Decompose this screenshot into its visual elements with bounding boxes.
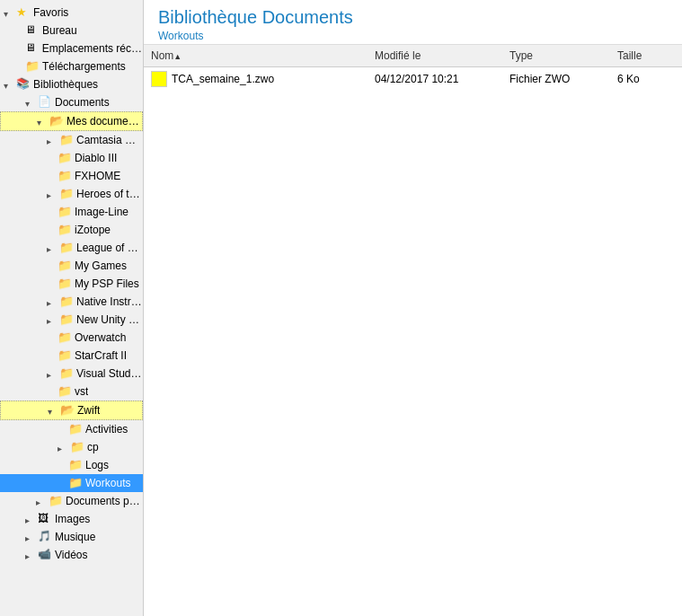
zwift-label: Zwift [77, 404, 100, 417]
newunity-label: New Unity Proje... [76, 313, 143, 326]
newunity-chevron [47, 314, 58, 325]
sidebar-item-diablo[interactable]: Diablo III [0, 149, 143, 167]
sidebar: ★ Favoris 🖥 Bureau 🖥 Emplacements réce..… [0, 0, 144, 616]
main-content: Bibliothèque Documents Workouts Nom Modi… [144, 0, 682, 616]
sidebar-item-imageline[interactable]: Image-Line [0, 203, 143, 221]
sidebar-item-telechargements[interactable]: Téléchargements [0, 57, 143, 75]
folder-icon [58, 348, 72, 363]
sidebar-item-documents[interactable]: 📄 Documents [0, 93, 143, 111]
table-row[interactable]: TCA_semaine_1.zwo 04/12/2017 10:21 Fichi… [144, 67, 682, 91]
sidebar-item-videos[interactable]: 📹 Vidéos [0, 546, 143, 564]
sidebar-item-league[interactable]: League of Legen... [0, 239, 143, 257]
folder-icon [59, 366, 74, 381]
sidebar-item-newunity[interactable]: New Unity Proje... [0, 311, 143, 329]
sidebar-item-starcraft[interactable]: StarCraft II [0, 347, 143, 365]
folder-open-icon [49, 114, 64, 128]
music-lib-icon: 🎵 [38, 530, 52, 544]
sidebar-item-zwift[interactable]: Zwift [0, 400, 143, 420]
sidebar-item-vst[interactable]: vst [0, 383, 143, 400]
overwatch-label: Overwatch [75, 331, 126, 344]
main-header: Bibliothèque Documents Workouts [144, 0, 682, 45]
sidebar-item-emplacements[interactable]: 🖥 Emplacements réce... [0, 40, 143, 57]
col-header-type[interactable]: Type [502, 48, 610, 64]
imageline-label: Image-Line [75, 206, 128, 218]
workouts-folder-icon [68, 476, 83, 490]
file-name: TCA_semaine_1.zwo [172, 73, 274, 85]
col-header-name[interactable]: Nom [144, 48, 368, 64]
col-header-modified[interactable]: Modifié le [368, 48, 502, 64]
sidebar-item-native[interactable]: Native Instrumer... [0, 293, 143, 311]
emplacements-label: Emplacements réce... [42, 42, 143, 55]
star-icon: ★ [16, 5, 31, 20]
mes-documents-chevron [37, 116, 48, 127]
sidebar-item-camtasia[interactable]: Camtasia Studio [0, 131, 143, 149]
sidebar-item-musique[interactable]: 🎵 Musique [0, 528, 143, 546]
sidebar-item-izotope[interactable]: iZotope [0, 221, 143, 239]
images-label: Images [55, 513, 90, 525]
league-chevron [47, 242, 58, 253]
documents-lib-icon: 📄 [38, 95, 52, 110]
folder-icon [58, 259, 72, 273]
cp-label: cp [87, 441, 99, 453]
favorites-chevron [4, 7, 14, 18]
sidebar-item-overwatch[interactable]: Overwatch [0, 329, 143, 347]
table-header: Nom Modifié le Type Taille [144, 45, 682, 67]
sidebar-item-images[interactable]: 🖼 Images [0, 510, 143, 528]
folder-icon [59, 133, 74, 147]
sidebar-item-workouts[interactable]: Workouts [0, 474, 143, 492]
native-label: Native Instrumer... [76, 295, 143, 308]
sidebar-item-mes-documents[interactable]: Mes documents [0, 111, 143, 131]
breadcrumb[interactable]: Workouts [158, 30, 668, 42]
sidebar-item-bureau[interactable]: 🖥 Bureau [0, 22, 143, 40]
sidebar-item-documents-publics[interactable]: Documents publics [0, 492, 143, 510]
favorites-label: Favoris [33, 6, 68, 19]
file-name-cell: TCA_semaine_1.zwo [144, 69, 368, 89]
col-header-size[interactable]: Taille [610, 48, 682, 64]
bureau-label: Bureau [42, 24, 77, 37]
cp-chevron [58, 442, 68, 453]
favorites-section[interactable]: ★ Favoris [0, 4, 143, 22]
telechargements-label: Téléchargements [42, 60, 126, 73]
folder-icon [68, 422, 83, 436]
col-name-label: Nom [151, 49, 173, 62]
images-lib-icon: 🖼 [38, 512, 52, 526]
izotope-label: iZotope [75, 224, 111, 236]
folder-icon [58, 169, 72, 183]
folder-icon [58, 330, 72, 345]
documents-publics-label: Documents publics [66, 495, 143, 507]
sidebar-item-mypsp[interactable]: My PSP Files [0, 275, 143, 293]
league-label: League of Legen... [76, 242, 143, 254]
file-type: Fichier ZWO [509, 73, 570, 85]
sidebar-item-vs[interactable]: Visual Studio 20... [0, 365, 143, 383]
mygames-label: My Games [75, 260, 127, 272]
file-size-cell: 6 Ko [610, 69, 682, 89]
sidebar-item-activities[interactable]: Activities [0, 420, 143, 438]
folder-icon [58, 223, 72, 237]
libraries-chevron [4, 79, 14, 90]
sidebar-item-mygames[interactable]: My Games [0, 257, 143, 275]
zwift-folder-icon [60, 403, 75, 418]
folder-icon [59, 295, 74, 309]
libraries-icon: 📚 [16, 77, 31, 92]
page-title: Bibliothèque Documents [158, 7, 668, 28]
sidebar-item-heroes[interactable]: Heroes of the Sto... [0, 185, 143, 203]
col-modified-label: Modifié le [375, 49, 421, 62]
heroes-label: Heroes of the Sto... [76, 188, 143, 200]
sidebar-item-fxhome[interactable]: FXHOME [0, 167, 143, 185]
file-modified-cell: 04/12/2017 10:21 [368, 69, 502, 89]
heroes-chevron [47, 189, 58, 199]
folder-icon [58, 277, 72, 291]
monitor-icon: 🖥 [25, 23, 40, 38]
mes-documents-label: Mes documents [66, 115, 142, 128]
images-chevron [25, 514, 36, 524]
col-size-label: Taille [617, 49, 642, 62]
musique-label: Musique [55, 531, 95, 543]
folder-icon [25, 59, 40, 74]
sidebar-item-cp[interactable]: cp [0, 438, 143, 456]
sidebar-item-logs[interactable]: Logs [0, 456, 143, 474]
libraries-section[interactable]: 📚 Bibliothèques [0, 75, 143, 93]
folder-icon [59, 187, 74, 201]
video-lib-icon: 📹 [38, 548, 52, 562]
file-type-cell: Fichier ZWO [502, 69, 610, 89]
vs-label: Visual Studio 20... [76, 367, 143, 380]
